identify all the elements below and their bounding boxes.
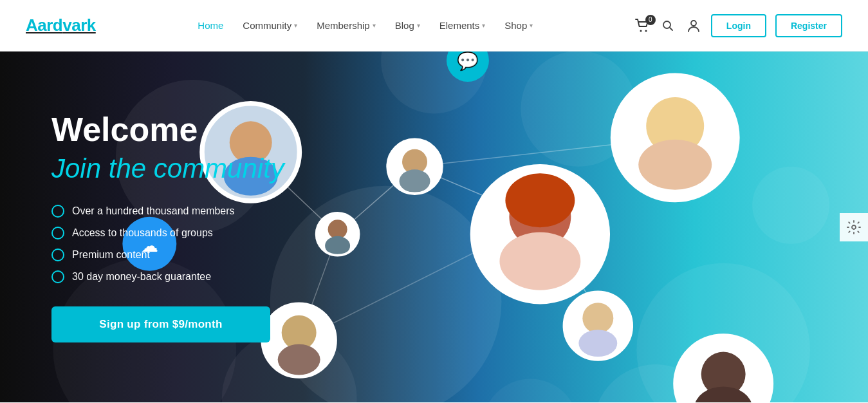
svg-point-3 xyxy=(691,21,696,26)
logo-part1: Aard xyxy=(26,15,62,35)
feature-item-4: 30 day money-back guarantee xyxy=(51,270,341,283)
nav-link-elements[interactable]: Elements ▾ xyxy=(432,16,494,35)
hero-section: 💬 ☁ xyxy=(0,52,868,402)
nav-link-blog[interactable]: Blog ▾ xyxy=(387,16,428,35)
search-icon xyxy=(662,20,674,32)
bullet-icon xyxy=(51,248,64,261)
nav-links: Home Community ▾ Membership ▾ Blog ▾ Ele… xyxy=(190,16,540,35)
chevron-down-icon: ▾ xyxy=(294,22,297,29)
settings-button[interactable] xyxy=(840,213,868,241)
feature-item-1: Over a hundred thousand members xyxy=(51,205,341,218)
search-button[interactable] xyxy=(660,17,676,34)
svg-point-39 xyxy=(638,140,712,190)
svg-point-1 xyxy=(645,30,647,32)
feature-text-1: Over a hundred thousand members xyxy=(72,205,235,217)
svg-point-35 xyxy=(400,169,430,192)
account-button[interactable] xyxy=(685,17,702,35)
gear-icon xyxy=(847,220,861,234)
chevron-down-icon: ▾ xyxy=(373,22,376,29)
nav-link-shop[interactable]: Shop ▾ xyxy=(497,16,540,35)
cart-button[interactable]: 0 xyxy=(635,19,651,33)
nav-item-shop[interactable]: Shop ▾ xyxy=(497,16,540,35)
bullet-icon xyxy=(51,270,64,283)
feature-item-3: Premium content xyxy=(51,248,341,261)
nav-item-membership[interactable]: Membership ▾ xyxy=(309,16,383,35)
svg-point-0 xyxy=(640,30,642,32)
navbar: Aardvark Home Community ▾ Membership ▾ B… xyxy=(0,0,868,52)
chevron-down-icon: ▾ xyxy=(417,22,420,29)
svg-text:💬: 💬 xyxy=(457,52,479,71)
nav-link-membership[interactable]: Membership ▾ xyxy=(309,16,383,35)
user-icon xyxy=(688,19,699,32)
nav-item-blog[interactable]: Blog ▾ xyxy=(387,16,428,35)
cart-badge: 0 xyxy=(645,15,656,25)
svg-point-2 xyxy=(663,21,670,28)
hero-subtitle: Join the community xyxy=(51,153,341,184)
nav-item-home[interactable]: Home xyxy=(190,16,231,35)
bullet-icon xyxy=(51,205,64,218)
nav-item-community[interactable]: Community ▾ xyxy=(235,16,305,35)
svg-point-10 xyxy=(752,167,829,244)
hero-title: Welcome xyxy=(51,111,341,148)
signup-button[interactable]: Sign up from $9/month xyxy=(51,306,270,342)
feature-text-2: Access to thousands of groups xyxy=(72,227,213,239)
svg-point-55 xyxy=(582,303,613,333)
nav-item-elements[interactable]: Elements ▾ xyxy=(432,16,494,35)
svg-point-62 xyxy=(852,225,856,229)
login-button[interactable]: Login xyxy=(711,14,766,37)
chevron-down-icon: ▾ xyxy=(530,22,533,29)
svg-point-56 xyxy=(578,330,617,357)
nav-link-home[interactable]: Home xyxy=(190,16,231,35)
nav-link-community[interactable]: Community ▾ xyxy=(235,16,305,35)
svg-point-48 xyxy=(505,173,575,227)
feature-text-3: Premium content xyxy=(72,249,150,261)
bullet-icon xyxy=(51,227,64,239)
svg-point-52 xyxy=(278,344,320,375)
hero-content: Welcome Join the community Over a hundre… xyxy=(0,111,341,342)
feature-text-4: 30 day money-back guarantee xyxy=(72,271,211,283)
register-button[interactable]: Register xyxy=(775,14,842,37)
logo[interactable]: Aardvark xyxy=(26,15,96,35)
feature-item-2: Access to thousands of groups xyxy=(51,227,341,239)
chevron-down-icon: ▾ xyxy=(482,22,485,29)
logo-part2: vark xyxy=(62,15,96,35)
svg-point-9 xyxy=(482,379,578,402)
svg-point-47 xyxy=(499,232,580,290)
hero-features-list: Over a hundred thousand members Access t… xyxy=(51,205,341,283)
nav-right: 0 Login Register xyxy=(635,14,842,37)
